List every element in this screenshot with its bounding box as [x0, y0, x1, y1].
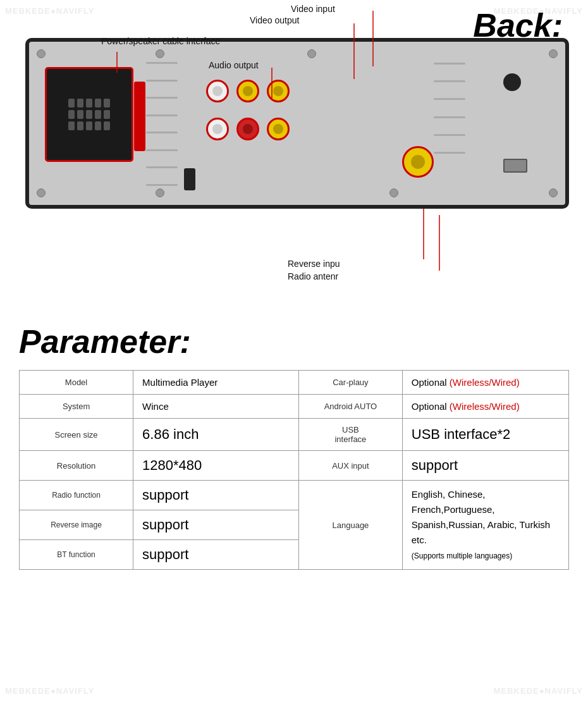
optional-plain-1: Optional	[412, 377, 450, 388]
value-wince: Wince	[133, 395, 299, 419]
pin	[77, 99, 83, 108]
language-note: (Supports multiple languages)	[412, 551, 512, 560]
label-screen-size: Screen size	[20, 419, 133, 451]
label-carplauy: Car-plauy	[299, 371, 403, 395]
screw-tr	[549, 49, 558, 58]
label-model: Model	[20, 371, 133, 395]
screw-bot-mid2	[389, 188, 398, 197]
value-reverse-support: support	[133, 510, 299, 540]
label-video-input: Video input	[291, 3, 335, 15]
vent-line	[146, 166, 178, 168]
optional-plain-2: Optional	[412, 401, 450, 412]
value-aux-support: support	[402, 451, 568, 481]
rca-port-yellow-2	[267, 80, 290, 102]
vent-line	[434, 116, 465, 118]
value-screen-size: 6.86 inch	[133, 419, 299, 451]
value-resolution: 1280*480	[133, 451, 299, 481]
pin	[77, 110, 83, 119]
value-bt-support: support	[133, 540, 299, 570]
pin	[77, 121, 83, 130]
vent-line	[434, 63, 465, 65]
screw-tl	[37, 49, 46, 58]
screw-top-mid	[156, 49, 164, 58]
vent-left	[146, 54, 184, 194]
table-row: Screen size 6.86 inch USB interface USB …	[20, 419, 569, 451]
vent-line	[434, 80, 465, 82]
vent-line	[146, 114, 178, 116]
rca-port-white-1	[206, 80, 229, 102]
table-row: Radio function support Language English,…	[20, 481, 569, 510]
vent-line	[146, 97, 178, 99]
pin	[86, 99, 92, 108]
watermark-bl: MEBKEDE●NAVIFLY	[5, 686, 94, 696]
label-radio-function: Radio function	[20, 481, 133, 510]
device-container	[25, 38, 569, 215]
param-title: Parameter:	[19, 323, 569, 360]
rca-port-red	[236, 118, 259, 140]
vent-line	[434, 152, 465, 154]
value-radio-support: support	[133, 481, 299, 510]
pin	[104, 99, 110, 108]
label-reverse-image: Reverse image	[20, 510, 133, 540]
pin	[68, 99, 75, 108]
optional-red-2: (Wireless/Wired)	[450, 401, 520, 412]
param-table: Model Multimedia Player Car-plauy Option…	[19, 370, 569, 570]
back-section: Back:	[0, 0, 588, 316]
label-aux-input: AUX input	[299, 451, 403, 481]
label-video-output: Video output	[250, 15, 299, 26]
screw-bot-mid	[156, 188, 164, 197]
rca-port-large-yellow	[402, 146, 434, 178]
label-reverse-input: Reverse inpu	[288, 258, 340, 269]
pin	[86, 121, 92, 130]
vent-line	[146, 132, 178, 133]
vent-line	[146, 149, 178, 151]
pin	[86, 110, 92, 119]
pin	[95, 110, 101, 119]
value-language: English, Chinese, French,Portuguese, Spa…	[402, 481, 568, 570]
screw-br	[549, 188, 558, 197]
label-usb-interface: USB interface	[299, 419, 403, 451]
audio-jack	[184, 168, 195, 190]
connector-block	[45, 67, 133, 162]
language-list: English, Chinese, French,Portuguese, Spa…	[412, 489, 550, 545]
label-resolution: Resolution	[20, 451, 133, 481]
value-usb-interface: USB interface*2	[402, 419, 568, 451]
label-power-speaker: Power/speaker cable interface	[101, 35, 220, 47]
value-carplauy: Optional (Wireless/Wired)	[402, 371, 568, 395]
vent-line	[146, 184, 178, 186]
pin	[68, 110, 75, 119]
table-row: System Wince Android AUTO Optional (Wire…	[20, 395, 569, 419]
pin	[104, 110, 110, 119]
rca-port-yellow-3	[267, 118, 290, 140]
connector-pins	[63, 94, 115, 135]
vent-right	[434, 54, 484, 162]
rca-port-white-2	[206, 118, 229, 140]
label-audio-output: Audio output	[209, 59, 259, 71]
device-body	[25, 38, 569, 209]
watermark-br: MEBKEDE●NAVIFLY	[494, 686, 583, 696]
value-multimedia: Multimedia Player	[133, 371, 299, 395]
pin	[68, 121, 75, 130]
red-connector	[134, 82, 145, 151]
pin	[104, 121, 110, 130]
table-row: Resolution 1280*480 AUX input support	[20, 451, 569, 481]
param-section: Parameter: Model Multimedia Player Car-p…	[0, 316, 588, 582]
screw-top-mid2	[307, 49, 316, 58]
vent-line	[146, 62, 178, 64]
table-row: Model Multimedia Player Car-plauy Option…	[20, 371, 569, 395]
pin	[95, 121, 101, 130]
rca-port-yellow-1	[236, 80, 259, 102]
screw-bl	[37, 188, 46, 197]
usb-port	[503, 159, 527, 173]
black-circle-decoration	[503, 73, 521, 91]
pin	[95, 99, 101, 108]
vent-line	[146, 80, 178, 82]
vent-line	[434, 134, 465, 136]
label-system: System	[20, 395, 133, 419]
value-android-auto: Optional (Wireless/Wired)	[402, 395, 568, 419]
vent-line	[434, 98, 465, 100]
label-language: Language	[299, 481, 403, 570]
label-android-auto: Android AUTO	[299, 395, 403, 419]
label-radio-antenna: Radio antenr	[288, 271, 338, 282]
label-bt-function: BT function	[20, 540, 133, 570]
